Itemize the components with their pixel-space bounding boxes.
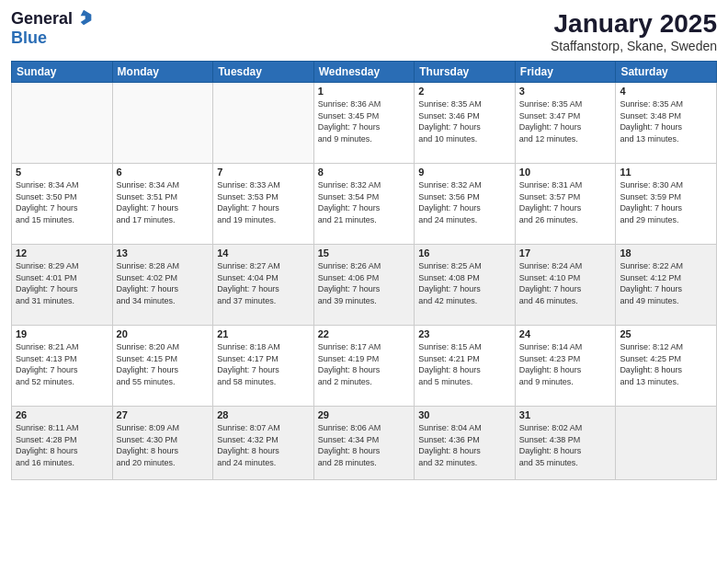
table-row: 15Sunrise: 8:26 AM Sunset: 4:06 PM Dayli…: [313, 245, 415, 326]
month-title: January 2025: [551, 9, 717, 39]
table-row: 7Sunrise: 8:33 AM Sunset: 3:53 PM Daylig…: [213, 164, 314, 245]
day-number: 8: [318, 167, 411, 178]
table-row: 13Sunrise: 8:28 AM Sunset: 4:02 PM Dayli…: [112, 245, 213, 326]
table-row: 23Sunrise: 8:15 AM Sunset: 4:21 PM Dayli…: [415, 326, 516, 407]
day-number: 16: [418, 247, 511, 259]
day-info: Sunrise: 8:28 AM Sunset: 4:02 PM Dayligh…: [117, 260, 210, 306]
day-number: 4: [620, 86, 712, 97]
day-info: Sunrise: 8:35 AM Sunset: 3:48 PM Dayligh…: [620, 98, 712, 144]
day-info: Sunrise: 8:35 AM Sunset: 3:46 PM Dayligh…: [418, 98, 511, 144]
day-info: Sunrise: 8:06 AM Sunset: 4:34 PM Dayligh…: [318, 422, 411, 468]
day-info: Sunrise: 8:29 AM Sunset: 4:01 PM Dayligh…: [16, 260, 108, 306]
logo-blue: Blue: [11, 29, 47, 47]
table-row: 21Sunrise: 8:18 AM Sunset: 4:17 PM Dayli…: [213, 326, 314, 407]
day-number: 31: [519, 409, 612, 420]
day-number: 9: [418, 167, 511, 178]
day-number: 19: [16, 328, 108, 339]
day-number: 25: [620, 328, 712, 339]
day-info: Sunrise: 8:15 AM Sunset: 4:21 PM Dayligh…: [418, 341, 511, 387]
day-number: 21: [217, 328, 310, 339]
day-number: 10: [519, 167, 612, 178]
day-number: 3: [519, 86, 612, 97]
week-row-0: 1Sunrise: 8:36 AM Sunset: 3:45 PM Daylig…: [12, 83, 717, 164]
day-number: 24: [519, 328, 612, 339]
day-number: 23: [418, 328, 511, 339]
table-row: 26Sunrise: 8:11 AM Sunset: 4:28 PM Dayli…: [12, 407, 113, 480]
table-row: 16Sunrise: 8:25 AM Sunset: 4:08 PM Dayli…: [415, 245, 516, 326]
table-row: 25Sunrise: 8:12 AM Sunset: 4:25 PM Dayli…: [616, 326, 717, 407]
table-row: 22Sunrise: 8:17 AM Sunset: 4:19 PM Dayli…: [313, 326, 415, 407]
day-info: Sunrise: 8:27 AM Sunset: 4:04 PM Dayligh…: [217, 260, 310, 306]
header-monday: Monday: [112, 62, 213, 83]
day-number: 14: [217, 247, 310, 259]
day-number: 28: [217, 409, 310, 420]
table-row: 20Sunrise: 8:20 AM Sunset: 4:15 PM Dayli…: [112, 326, 213, 407]
day-info: Sunrise: 8:20 AM Sunset: 4:15 PM Dayligh…: [117, 341, 210, 387]
day-info: Sunrise: 8:32 AM Sunset: 3:54 PM Dayligh…: [318, 179, 411, 225]
header-friday: Friday: [515, 62, 616, 83]
header-sunday: Sunday: [12, 62, 113, 83]
day-info: Sunrise: 8:11 AM Sunset: 4:28 PM Dayligh…: [16, 422, 108, 468]
day-number: 17: [519, 247, 612, 259]
day-info: Sunrise: 8:34 AM Sunset: 3:51 PM Dayligh…: [117, 179, 210, 225]
day-info: Sunrise: 8:32 AM Sunset: 3:56 PM Dayligh…: [418, 179, 511, 225]
day-info: Sunrise: 8:25 AM Sunset: 4:08 PM Dayligh…: [418, 260, 511, 306]
day-info: Sunrise: 8:07 AM Sunset: 4:32 PM Dayligh…: [217, 422, 310, 468]
day-info: Sunrise: 8:36 AM Sunset: 3:45 PM Dayligh…: [318, 98, 411, 144]
weekday-header-row: Sunday Monday Tuesday Wednesday Thursday…: [12, 62, 717, 83]
table-row: 18Sunrise: 8:22 AM Sunset: 4:12 PM Dayli…: [616, 245, 717, 326]
day-info: Sunrise: 8:18 AM Sunset: 4:17 PM Dayligh…: [217, 341, 310, 387]
header-tuesday: Tuesday: [213, 62, 314, 83]
table-row: 11Sunrise: 8:30 AM Sunset: 3:59 PM Dayli…: [616, 164, 717, 245]
day-info: Sunrise: 8:24 AM Sunset: 4:10 PM Dayligh…: [519, 260, 612, 306]
table-row: 17Sunrise: 8:24 AM Sunset: 4:10 PM Dayli…: [515, 245, 616, 326]
day-info: Sunrise: 8:02 AM Sunset: 4:38 PM Dayligh…: [519, 422, 612, 468]
table-row: [213, 83, 314, 164]
day-number: 5: [16, 167, 108, 178]
day-number: 20: [117, 328, 210, 339]
table-row: [112, 83, 213, 164]
day-info: Sunrise: 8:21 AM Sunset: 4:13 PM Dayligh…: [16, 341, 108, 387]
day-number: 30: [418, 409, 511, 420]
day-info: Sunrise: 8:09 AM Sunset: 4:30 PM Dayligh…: [117, 422, 210, 468]
day-info: Sunrise: 8:35 AM Sunset: 3:47 PM Dayligh…: [519, 98, 612, 144]
table-row: 14Sunrise: 8:27 AM Sunset: 4:04 PM Dayli…: [213, 245, 314, 326]
table-row: 5Sunrise: 8:34 AM Sunset: 3:50 PM Daylig…: [12, 164, 113, 245]
table-row: [616, 407, 717, 480]
table-row: 1Sunrise: 8:36 AM Sunset: 3:45 PM Daylig…: [313, 83, 415, 164]
table-row: 29Sunrise: 8:06 AM Sunset: 4:34 PM Dayli…: [313, 407, 415, 480]
logo-general: General: [11, 9, 73, 29]
day-info: Sunrise: 8:34 AM Sunset: 3:50 PM Dayligh…: [16, 179, 108, 225]
day-number: 18: [620, 247, 712, 259]
location-subtitle: Staffanstorp, Skane, Sweden: [551, 39, 717, 53]
table-row: 10Sunrise: 8:31 AM Sunset: 3:57 PM Dayli…: [515, 164, 616, 245]
table-row: 2Sunrise: 8:35 AM Sunset: 3:46 PM Daylig…: [415, 83, 516, 164]
week-row-3: 19Sunrise: 8:21 AM Sunset: 4:13 PM Dayli…: [12, 326, 717, 407]
week-row-2: 12Sunrise: 8:29 AM Sunset: 4:01 PM Dayli…: [12, 245, 717, 326]
calendar-table: Sunday Monday Tuesday Wednesday Thursday…: [11, 61, 717, 480]
header-wednesday: Wednesday: [313, 62, 415, 83]
day-number: 12: [16, 247, 108, 259]
table-row: 4Sunrise: 8:35 AM Sunset: 3:48 PM Daylig…: [616, 83, 717, 164]
table-row: 28Sunrise: 8:07 AM Sunset: 4:32 PM Dayli…: [213, 407, 314, 480]
table-row: 31Sunrise: 8:02 AM Sunset: 4:38 PM Dayli…: [515, 407, 616, 480]
day-number: 6: [117, 167, 210, 178]
day-number: 26: [16, 409, 108, 420]
day-info: Sunrise: 8:14 AM Sunset: 4:23 PM Dayligh…: [519, 341, 612, 387]
day-number: 27: [117, 409, 210, 420]
table-row: 12Sunrise: 8:29 AM Sunset: 4:01 PM Dayli…: [12, 245, 113, 326]
table-row: 9Sunrise: 8:32 AM Sunset: 3:56 PM Daylig…: [415, 164, 516, 245]
day-info: Sunrise: 8:26 AM Sunset: 4:06 PM Dayligh…: [318, 260, 411, 306]
table-row: 3Sunrise: 8:35 AM Sunset: 3:47 PM Daylig…: [515, 83, 616, 164]
table-row: 6Sunrise: 8:34 AM Sunset: 3:51 PM Daylig…: [112, 164, 213, 245]
day-number: 11: [620, 167, 712, 178]
day-number: 13: [117, 247, 210, 259]
header-saturday: Saturday: [616, 62, 717, 83]
header: General Blue January 2025 Staffanstorp, …: [11, 9, 717, 53]
day-info: Sunrise: 8:17 AM Sunset: 4:19 PM Dayligh…: [318, 341, 411, 387]
day-info: Sunrise: 8:30 AM Sunset: 3:59 PM Dayligh…: [620, 179, 712, 225]
day-number: 7: [217, 167, 310, 178]
day-info: Sunrise: 8:31 AM Sunset: 3:57 PM Dayligh…: [519, 179, 612, 225]
day-info: Sunrise: 8:22 AM Sunset: 4:12 PM Dayligh…: [620, 260, 712, 306]
day-number: 22: [318, 328, 411, 339]
